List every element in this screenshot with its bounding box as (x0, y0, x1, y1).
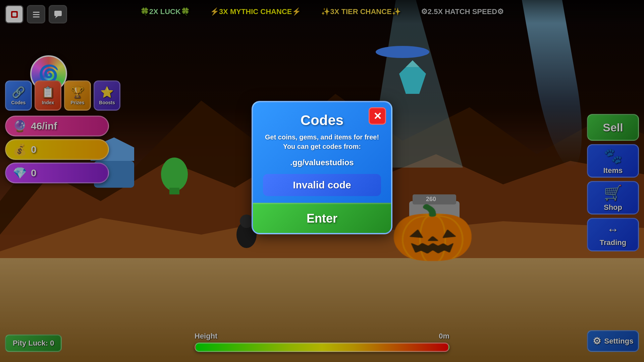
enter-button[interactable]: Enter (253, 203, 391, 233)
modal-title: Codes (263, 112, 381, 128)
modal-overlay: ✕ Codes Get coins, gems, and items for f… (0, 0, 644, 362)
modal-close-button[interactable]: ✕ (369, 107, 386, 125)
modal-link: .gg/valuestudios (263, 158, 381, 167)
code-input-field[interactable]: Invalid code (263, 174, 381, 196)
modal-description: Get coins, gems, and items for free! You… (263, 132, 381, 151)
close-icon: ✕ (373, 110, 382, 122)
codes-modal: ✕ Codes Get coins, gems, and items for f… (252, 101, 392, 234)
